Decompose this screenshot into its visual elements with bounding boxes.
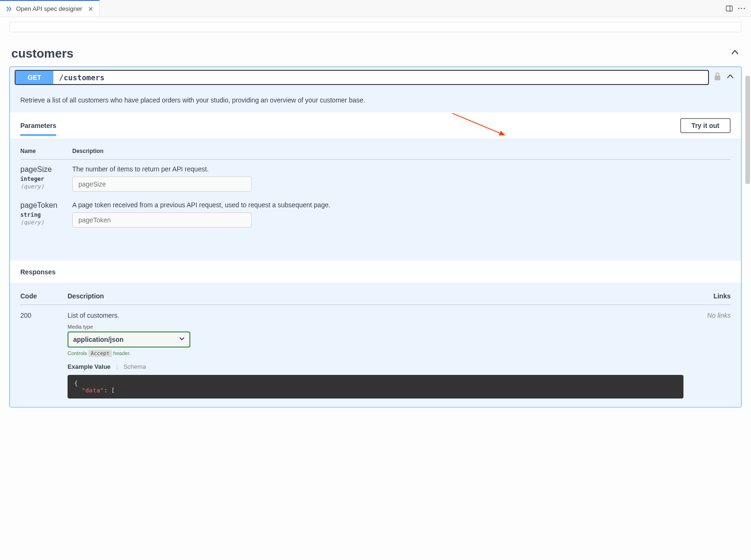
- endpoint-header-icons: [714, 72, 736, 83]
- table-header: Name Description: [20, 148, 731, 160]
- accept-badge: Accept: [88, 350, 112, 357]
- scrollbar[interactable]: [745, 76, 750, 184]
- param-name: pageSize: [20, 165, 68, 174]
- responses-table: Code Description Links 200 List of custo…: [10, 284, 741, 407]
- param-in: (query): [20, 183, 68, 190]
- endpoint-path: /customers: [53, 73, 110, 82]
- response-links: No links: [683, 312, 731, 399]
- response-code: 200: [20, 312, 68, 399]
- chevron-up-icon[interactable]: [726, 72, 734, 83]
- example-tabs: Example Value | Schema: [68, 363, 683, 370]
- responses-heading: Responses: [10, 261, 741, 284]
- method-path-box: GET /customers: [15, 70, 709, 85]
- param-row: pageToken string (query) A page token re…: [20, 201, 731, 228]
- parameters-tab[interactable]: Parameters: [20, 122, 56, 136]
- split-panel-icon[interactable]: [725, 5, 733, 12]
- media-type-select[interactable]: application/json: [68, 331, 190, 348]
- param-type: string: [20, 212, 68, 218]
- close-icon[interactable]: ✕: [88, 5, 94, 13]
- param-description: The number of items to return per API re…: [72, 165, 731, 173]
- param-input[interactable]: [72, 177, 252, 192]
- endpoint-block: GET /customers Retrieve a list of all cu…: [9, 67, 742, 407]
- col-description: Description: [68, 292, 683, 300]
- param-desc-col: A page token received from a previous AP…: [72, 201, 731, 228]
- tab-divider: |: [116, 363, 118, 370]
- media-type-select-wrap: application/json: [68, 331, 190, 348]
- col-code: Code: [20, 292, 68, 300]
- try-it-out-button[interactable]: Try it out: [680, 118, 731, 133]
- param-row: pageSize integer (query) The number of i…: [20, 165, 731, 192]
- editor-tab[interactable]: Open API spec designer ✕: [0, 0, 100, 17]
- code-example[interactable]: { "data": [: [68, 375, 683, 399]
- section-title: customers: [11, 46, 74, 61]
- param-type: integer: [20, 176, 68, 182]
- toolbar-right: [725, 5, 751, 12]
- main-content: customers GET /customers Retrieve a list…: [0, 17, 751, 407]
- param-input[interactable]: [72, 212, 252, 228]
- svg-point-2: [738, 8, 740, 9]
- section-header[interactable]: customers: [9, 46, 742, 61]
- response-row: 200 List of customers. Media type applic…: [20, 312, 731, 399]
- parameters-table: Name Description pageSize integer (query…: [10, 139, 741, 261]
- schema-tab[interactable]: Schema: [123, 363, 146, 370]
- endpoint-description: Retrieve a list of all customers who hav…: [10, 88, 741, 112]
- example-value-tab[interactable]: Example Value: [68, 363, 111, 370]
- svg-rect-0: [726, 6, 733, 11]
- col-description: Description: [72, 148, 731, 154]
- chevron-up-icon[interactable]: [730, 48, 740, 59]
- col-links: Links: [683, 292, 731, 300]
- param-name: pageToken: [20, 201, 68, 210]
- param-description: A page token received from a previous AP…: [72, 201, 731, 209]
- lock-icon[interactable]: [714, 72, 721, 83]
- endpoint-header[interactable]: GET /customers: [10, 67, 741, 88]
- editor-tab-bar: Open API spec designer ✕: [0, 0, 751, 17]
- controls-suffix: header.: [113, 350, 131, 356]
- param-desc-col: The number of items to return per API re…: [72, 165, 731, 192]
- param-name-col: pageToken string (query): [20, 201, 72, 226]
- media-type-label: Media type: [68, 324, 683, 330]
- response-description: List of customers.: [68, 312, 683, 319]
- responses-header--header: Code Description Links: [20, 292, 731, 305]
- code-key: "data": [82, 387, 104, 394]
- svg-rect-5: [715, 76, 720, 80]
- controls-prefix: Controls: [68, 350, 87, 356]
- svg-point-3: [741, 8, 742, 9]
- parameters-header: Parameters Try it out: [10, 112, 741, 139]
- collapsed-block[interactable]: [9, 22, 742, 32]
- col-name: Name: [20, 148, 72, 154]
- response-desc-col: List of customers. Media type applicatio…: [68, 312, 683, 399]
- svg-point-4: [744, 8, 745, 9]
- param-in: (query): [20, 219, 68, 226]
- controls-note: Controls Accept header.: [68, 350, 683, 356]
- method-badge: GET: [16, 71, 53, 84]
- more-icon[interactable]: [738, 5, 745, 12]
- tab-title: Open API spec designer: [16, 5, 82, 12]
- param-name-col: pageSize integer (query): [20, 165, 72, 190]
- api-icon: [6, 6, 12, 12]
